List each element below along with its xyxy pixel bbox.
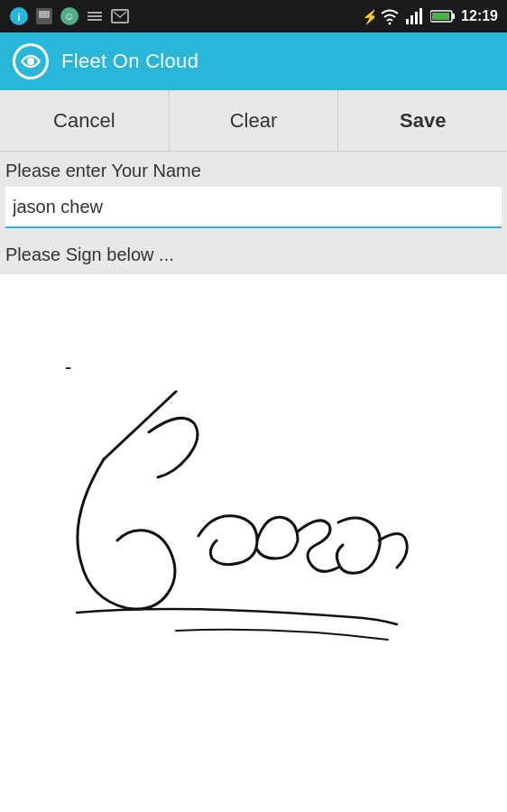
status-bar-right: ⚡ 12:19	[360, 6, 498, 26]
svg-text:-: -	[65, 355, 71, 378]
svg-rect-14	[415, 12, 418, 24]
cancel-button[interactable]: Cancel	[0, 90, 170, 151]
sign-label: Please Sign below ...	[0, 235, 507, 274]
name-input-wrapper	[0, 187, 507, 235]
bluetooth-icon: ⚡	[360, 6, 374, 26]
battery-icon	[430, 8, 456, 24]
wifi-icon	[380, 6, 400, 26]
svg-rect-13	[410, 15, 413, 24]
svg-rect-18	[432, 13, 449, 20]
signature-svg: -	[0, 274, 507, 812]
notification-icon-4	[85, 6, 105, 26]
svg-rect-7	[88, 15, 102, 17]
clear-button[interactable]: Clear	[170, 90, 339, 151]
signal-icon	[405, 6, 425, 26]
svg-rect-17	[452, 14, 455, 19]
name-input[interactable]	[5, 187, 502, 228]
app-title: Fleet On Cloud	[61, 50, 198, 73]
signature-area[interactable]: -	[0, 274, 507, 812]
app-logo	[13, 43, 49, 79]
svg-rect-6	[88, 12, 102, 14]
svg-point-11	[389, 23, 392, 25]
save-button[interactable]: Save	[338, 90, 507, 151]
app-bar: Fleet On Cloud	[0, 32, 507, 90]
notification-icon-3: ☺	[60, 6, 79, 26]
name-label: Please enter Your Name	[0, 152, 507, 187]
svg-text:i: i	[17, 12, 20, 23]
notification-icon-2	[34, 6, 54, 26]
app-logo-svg	[14, 45, 47, 78]
toolbar: Cancel Clear Save	[0, 90, 507, 152]
svg-text:⚡: ⚡	[362, 8, 374, 25]
svg-rect-12	[406, 19, 409, 24]
notification-icon-1: i	[9, 6, 29, 26]
svg-rect-3	[39, 11, 50, 18]
status-time: 12:19	[461, 8, 498, 24]
content-area: Please enter Your Name Please Sign below…	[0, 152, 507, 274]
notification-icon-5	[110, 6, 130, 26]
status-bar-left: i ☺	[9, 6, 130, 26]
svg-rect-15	[419, 8, 422, 24]
svg-text:☺: ☺	[64, 10, 75, 23]
status-bar: i ☺ ⚡	[0, 0, 507, 32]
svg-point-20	[27, 58, 34, 65]
svg-rect-8	[88, 19, 102, 21]
